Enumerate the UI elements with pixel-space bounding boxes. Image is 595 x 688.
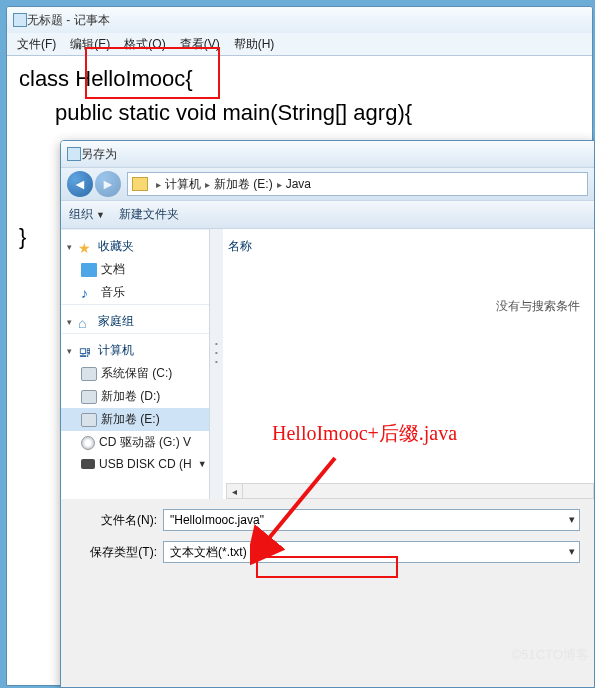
scroll-left-icon[interactable]: ◂	[227, 484, 243, 498]
horizontal-scrollbar[interactable]: ◂	[226, 483, 594, 499]
chevron-down-icon[interactable]: ▼	[198, 459, 207, 469]
tree-favorites[interactable]: 收藏夹	[98, 238, 134, 255]
saveas-title-text: 另存为	[81, 146, 117, 163]
breadcrumb-drive[interactable]: 新加卷 (E:)	[214, 176, 273, 193]
notepad-icon	[13, 13, 27, 27]
tree-documents[interactable]: 文档	[101, 261, 125, 278]
menu-help[interactable]: 帮助(H)	[228, 35, 281, 54]
tree-usb-drive[interactable]: USB DISK CD (H	[99, 457, 192, 471]
usb-icon	[81, 459, 95, 469]
nav-back-button[interactable]: ◄	[67, 171, 93, 197]
drive-icon	[81, 367, 97, 381]
menu-file[interactable]: 文件(F)	[11, 35, 62, 54]
splitter-handle[interactable]: •••	[209, 229, 223, 499]
column-name-header[interactable]: 名称	[226, 235, 584, 258]
music-icon: ♪	[81, 286, 97, 300]
saveas-dialog: 另存为 ◄ ► ▸ 计算机 ▸ 新加卷 (E:) ▸ Java 组织 ▼ 新建文…	[60, 140, 595, 688]
breadcrumb-folder[interactable]: Java	[286, 177, 311, 191]
newfolder-button[interactable]: 新建文件夹	[119, 206, 179, 223]
cd-icon	[81, 436, 95, 450]
savetype-value: 文本文档(*.txt)	[170, 544, 247, 561]
tree-homegroup[interactable]: 家庭组	[98, 313, 134, 330]
annotation-text: HelloImooc+后缀.java	[272, 420, 457, 447]
notepad-title-text: 无标题 - 记事本	[27, 12, 110, 29]
chevron-down-icon[interactable]: ▾	[67, 242, 72, 252]
savetype-label: 保存类型(T):	[75, 544, 157, 561]
annotation-box-classname	[85, 47, 220, 99]
empty-message: 没有与搜索条件	[226, 258, 584, 315]
nav-tree[interactable]: ▾★收藏夹 文档 ♪音乐 ▾⌂家庭组 ▾🖳计算机 系统保留 (C:) 新加卷 (…	[61, 229, 216, 499]
breadcrumb-computer[interactable]: 计算机	[165, 176, 201, 193]
saveas-icon	[67, 147, 81, 161]
tree-music[interactable]: 音乐	[101, 284, 125, 301]
chevron-right-icon: ▸	[205, 179, 210, 190]
saveas-titlebar[interactable]: 另存为	[61, 141, 594, 167]
breadcrumb[interactable]: ▸ 计算机 ▸ 新加卷 (E:) ▸ Java	[127, 172, 588, 196]
chevron-down-icon[interactable]: ▾	[67, 317, 72, 327]
chevron-right-icon: ▸	[277, 179, 282, 190]
tree-drive-c[interactable]: 系统保留 (C:)	[101, 365, 172, 382]
nav-forward-button[interactable]: ►	[95, 171, 121, 197]
notepad-titlebar[interactable]: 无标题 - 记事本	[7, 7, 592, 33]
chevron-right-icon: ▸	[156, 179, 161, 190]
code-brace-close: }	[19, 224, 26, 249]
filename-input[interactable]: "HelloImooc.java"	[163, 509, 580, 531]
filename-label: 文件名(N):	[75, 512, 157, 529]
chevron-down-icon: ▼	[96, 210, 105, 220]
drive-icon	[81, 413, 97, 427]
annotation-box-filename	[256, 556, 398, 578]
computer-icon: 🖳	[78, 344, 94, 358]
organize-button[interactable]: 组织 ▼	[69, 206, 105, 223]
tree-drive-e[interactable]: 新加卷 (E:)	[101, 411, 160, 428]
tree-cd-drive[interactable]: CD 驱动器 (G:) V	[99, 434, 191, 451]
saveas-toolbar: 组织 ▼ 新建文件夹	[61, 201, 594, 229]
saveas-navbar: ◄ ► ▸ 计算机 ▸ 新加卷 (E:) ▸ Java	[61, 167, 594, 201]
drive-icon	[81, 390, 97, 404]
tree-drive-d[interactable]: 新加卷 (D:)	[101, 388, 160, 405]
star-icon: ★	[78, 240, 94, 254]
document-icon	[81, 263, 97, 277]
code-main: public static void main(String[] agrg){	[55, 100, 412, 125]
folder-icon	[132, 177, 148, 191]
file-list[interactable]: ••• 名称 没有与搜索条件 ◂	[216, 229, 594, 499]
code-kw-class: class	[19, 66, 75, 91]
watermark: ©51CTO博客	[512, 646, 589, 664]
tree-computer[interactable]: 计算机	[98, 342, 134, 359]
filename-value: "HelloImooc.java"	[170, 513, 264, 527]
saveas-main: ▾★收藏夹 文档 ♪音乐 ▾⌂家庭组 ▾🖳计算机 系统保留 (C:) 新加卷 (…	[61, 229, 594, 499]
chevron-down-icon[interactable]: ▾	[67, 346, 72, 356]
homegroup-icon: ⌂	[78, 315, 94, 329]
